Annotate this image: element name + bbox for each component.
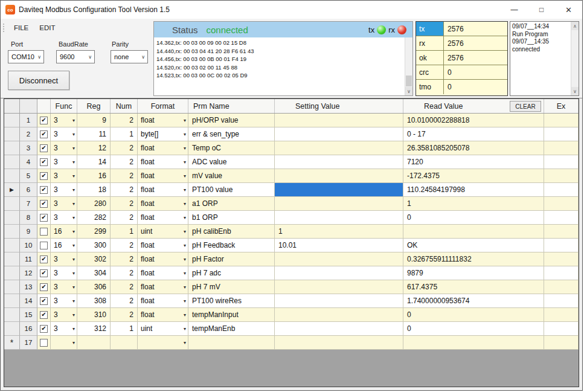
row-checkbox[interactable]: ✔ xyxy=(40,269,48,277)
row-number-cell[interactable]: 14 xyxy=(20,294,37,308)
ex-cell[interactable] xyxy=(544,155,579,169)
format-cell[interactable]: uint▾ xyxy=(138,322,188,336)
ex-cell[interactable] xyxy=(544,239,579,252)
row-check-cell[interactable]: ✔ xyxy=(37,252,51,266)
ex-cell[interactable] xyxy=(544,114,579,127)
reg-cell[interactable]: 11 xyxy=(77,127,111,141)
header-reg[interactable]: Reg xyxy=(77,99,111,113)
row-marker-cell[interactable] xyxy=(4,239,20,252)
ex-cell[interactable] xyxy=(544,127,579,141)
menu-edit[interactable]: EDIT xyxy=(34,22,60,33)
row-marker-cell[interactable] xyxy=(4,127,20,141)
row-check-cell[interactable]: ✔ xyxy=(37,169,51,183)
prm-name-cell[interactable]: b1 ORP xyxy=(188,211,275,225)
format-cell[interactable]: float▾ xyxy=(138,197,188,211)
func-cell[interactable]: 3▾ xyxy=(51,141,77,155)
baudrate-select[interactable]: 9600 ∨ xyxy=(56,50,95,63)
row-checkbox[interactable]: ✔ xyxy=(40,283,48,291)
num-cell[interactable]: 2 xyxy=(111,141,138,155)
row-marker-cell[interactable] xyxy=(4,211,20,225)
header-prm-name[interactable]: Prm Name xyxy=(188,99,275,113)
reg-cell[interactable]: 299 xyxy=(77,225,111,239)
setting-value-cell[interactable]: 1 xyxy=(275,225,403,239)
read-value-cell[interactable]: -172.4375 xyxy=(403,169,544,183)
row-check-cell[interactable]: ✔ xyxy=(37,114,51,127)
row-number-cell[interactable]: 16 xyxy=(20,322,37,336)
read-value-cell[interactable]: 0 - 17 xyxy=(403,127,544,141)
setting-value-cell[interactable] xyxy=(275,211,403,225)
comm-log-scrollbar[interactable]: ∨ xyxy=(405,37,412,95)
row-number-cell[interactable]: 17 xyxy=(20,336,37,350)
read-value-cell[interactable]: 1.74000000953674 xyxy=(403,294,544,308)
prm-name-cell[interactable]: pH/ORP value xyxy=(188,114,275,127)
func-cell[interactable]: 3▾ xyxy=(51,197,77,211)
reg-cell[interactable]: 312 xyxy=(77,322,111,336)
counter-label[interactable]: rx xyxy=(416,36,444,50)
row-marker-cell[interactable]: ▶ xyxy=(4,183,20,197)
ex-cell[interactable] xyxy=(544,252,579,266)
func-cell[interactable]: 16▾ xyxy=(51,225,77,239)
row-check-cell[interactable]: ✔ xyxy=(37,155,51,169)
format-cell[interactable]: float▾ xyxy=(138,114,188,127)
comm-log[interactable]: 14.362,tx: 00 03 00 09 00 02 15 D814.440… xyxy=(154,37,405,95)
ex-cell[interactable] xyxy=(544,197,579,211)
row-marker-cell[interactable] xyxy=(4,155,20,169)
ex-cell[interactable] xyxy=(544,141,579,155)
func-cell[interactable]: 3▾ xyxy=(51,322,77,336)
ex-cell[interactable] xyxy=(544,225,579,239)
reg-cell[interactable]: 308 xyxy=(77,294,111,308)
row-checkbox[interactable]: ✔ xyxy=(40,186,48,194)
setting-value-cell[interactable] xyxy=(275,127,403,141)
read-value-cell[interactable]: 10.0100002288818 xyxy=(403,114,544,127)
row-checkbox[interactable]: ✔ xyxy=(40,311,48,319)
row-number-cell[interactable]: 13 xyxy=(20,280,37,294)
read-value-cell[interactable]: OK xyxy=(403,239,544,252)
read-value-cell[interactable]: 0.326755911111832 xyxy=(403,252,544,266)
setting-value-cell[interactable] xyxy=(275,280,403,294)
format-cell[interactable]: ▾ xyxy=(138,336,188,350)
row-check-cell[interactable] xyxy=(37,225,51,239)
read-value-cell[interactable]: 7120 xyxy=(403,155,544,169)
num-cell[interactable]: 2 xyxy=(111,169,138,183)
row-checkbox[interactable]: ✔ xyxy=(40,214,48,222)
row-number-cell[interactable]: 8 xyxy=(20,211,37,225)
format-cell[interactable]: byte[]▾ xyxy=(138,127,188,141)
setting-value-cell[interactable] xyxy=(275,266,403,280)
prm-name-cell[interactable]: tempManEnb xyxy=(188,322,275,336)
prm-name-cell[interactable]: PT100 wireRes xyxy=(188,294,275,308)
scroll-down-icon[interactable]: ∨ xyxy=(405,87,412,95)
ex-cell[interactable] xyxy=(544,183,579,197)
row-marker-cell[interactable] xyxy=(4,322,20,336)
row-number-cell[interactable]: 11 xyxy=(20,252,37,266)
reg-cell[interactable]: 302 xyxy=(77,252,111,266)
prm-name-cell[interactable]: Temp oC xyxy=(188,141,275,155)
reg-cell[interactable] xyxy=(77,336,111,350)
setting-value-cell[interactable] xyxy=(275,336,403,350)
event-log[interactable]: 09/07__14:34Run Program09/07__14:35conne… xyxy=(510,22,571,95)
header-setting-value[interactable]: Setting Value xyxy=(275,99,403,113)
header-ex[interactable]: Ex xyxy=(544,99,579,113)
row-check-cell[interactable] xyxy=(37,239,51,252)
row-marker-cell[interactable] xyxy=(4,252,20,266)
reg-cell[interactable]: 9 xyxy=(77,114,111,127)
format-cell[interactable]: float▾ xyxy=(138,239,188,252)
setting-value-cell[interactable] xyxy=(275,155,403,169)
ex-cell[interactable] xyxy=(544,169,579,183)
setting-value-cell[interactable]: 10.01 xyxy=(275,239,403,252)
func-cell[interactable]: 16▾ xyxy=(51,239,77,252)
row-checkbox[interactable] xyxy=(40,339,48,347)
num-cell[interactable]: 2 xyxy=(111,183,138,197)
row-checkbox[interactable]: ✔ xyxy=(40,325,48,333)
reg-cell[interactable]: 304 xyxy=(77,266,111,280)
func-cell[interactable]: 3▾ xyxy=(51,155,77,169)
reg-cell[interactable]: 310 xyxy=(77,308,111,322)
format-cell[interactable]: float▾ xyxy=(138,183,188,197)
row-marker-cell[interactable] xyxy=(4,169,20,183)
prm-name-cell[interactable]: pH 7 adc xyxy=(188,266,275,280)
disconnect-button[interactable]: Disconnect xyxy=(8,71,69,90)
row-marker-cell[interactable] xyxy=(4,141,20,155)
header-checkbox[interactable] xyxy=(37,99,51,113)
row-check-cell[interactable]: ✔ xyxy=(37,266,51,280)
maximize-button[interactable]: □ xyxy=(528,1,555,19)
prm-name-cell[interactable]: PT100 value xyxy=(188,183,275,197)
